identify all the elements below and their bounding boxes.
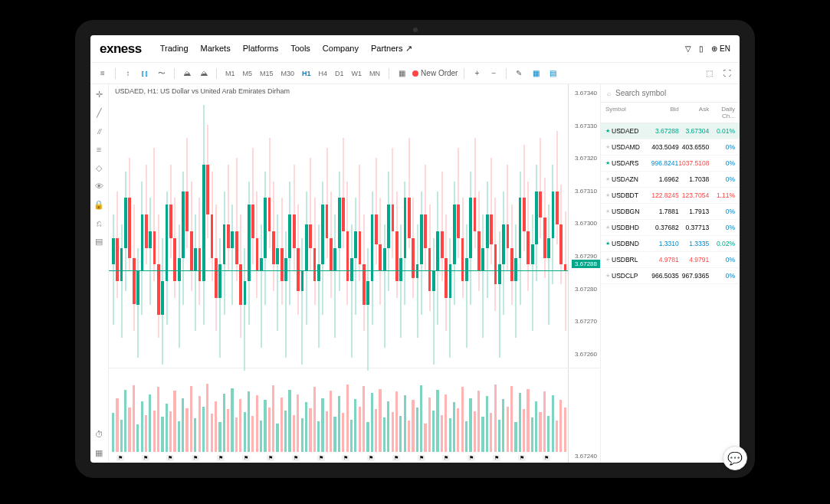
event-flag[interactable]: ⚑	[493, 455, 500, 461]
zoom-out-icon[interactable]: −	[487, 67, 500, 80]
nav-item[interactable]: Trading	[160, 44, 189, 54]
nav-item[interactable]: Markets	[201, 44, 231, 54]
dropdown-icon[interactable]: ▽	[685, 44, 691, 53]
volume-bar	[206, 384, 208, 452]
watchlist-row[interactable]: ★USDAZN1.69621.70380%	[601, 172, 740, 188]
event-flag[interactable]: ⚑	[217, 455, 225, 461]
crosshair-icon[interactable]: ✛	[93, 89, 104, 100]
volume-bar	[346, 385, 349, 452]
candle	[494, 98, 497, 365]
timeframe-H4[interactable]: H4	[317, 68, 330, 79]
event-flag[interactable]: ⚑	[142, 455, 149, 461]
cursor-icon[interactable]: ↕	[122, 67, 134, 80]
timeframe-W1[interactable]: W1	[349, 68, 365, 79]
indicator-icon[interactable]: ⛰	[181, 67, 193, 80]
col-symbol[interactable]: Symbol	[605, 106, 648, 119]
mountain-icon[interactable]: ⛰	[198, 67, 210, 80]
layers-icon[interactable]: ▤	[93, 236, 104, 247]
watchlist-row[interactable]: ★USDAED3.672883.673040.01%	[601, 123, 740, 139]
nav-item[interactable]: Company	[323, 44, 359, 54]
event-flag[interactable]: ⚑	[292, 455, 300, 461]
nav-item[interactable]: Tools	[290, 44, 310, 54]
watchlist-row[interactable]: ★USDBDT122.8245123.70541.11%	[601, 188, 740, 204]
volume-bar	[416, 407, 418, 452]
star-icon[interactable]: ★	[605, 224, 610, 231]
timeframe-D1[interactable]: D1	[333, 68, 346, 79]
event-flag[interactable]: ⚑	[317, 455, 325, 461]
main-chart[interactable]: 3.673403.673303.673203.673103.673003.672…	[109, 84, 600, 368]
event-flag[interactable]: ⚑	[518, 455, 526, 461]
clock-icon[interactable]: ⏱	[93, 429, 104, 440]
line-chart-icon[interactable]: 〜	[156, 67, 168, 80]
search-input[interactable]	[615, 89, 733, 97]
star-icon[interactable]: ★	[605, 273, 610, 279]
volume-bar	[239, 399, 241, 452]
screenshot-icon[interactable]: ⬚	[703, 67, 715, 80]
volume-bar	[445, 394, 447, 452]
watchlist-row[interactable]: ★USDBND1.33101.33350.02%	[601, 236, 740, 252]
star-icon[interactable]: ★	[605, 176, 610, 182]
candle	[321, 98, 324, 365]
star-icon[interactable]: ★	[605, 192, 610, 198]
calendar-icon[interactable]: ▦	[530, 67, 542, 80]
watchlist-row[interactable]: ★USDBHD0.376820.377130%	[601, 220, 740, 236]
menu-icon[interactable]: ≡	[97, 67, 109, 80]
candle	[157, 98, 160, 365]
col-ask[interactable]: Ask	[679, 106, 709, 119]
timeframe-M1[interactable]: M1	[223, 68, 238, 79]
event-flag[interactable]: ⚑	[418, 455, 425, 461]
watchlist-row[interactable]: ★USDBRL4.97814.97910%	[601, 252, 740, 268]
watchlist-row[interactable]: ★USDCLP966.5035967.93650%	[601, 268, 740, 284]
event-flag[interactable]: ⚑	[166, 455, 174, 461]
nav-item[interactable]: Platforms	[243, 44, 278, 54]
timeframe-M5[interactable]: M5	[241, 68, 255, 79]
grid-icon[interactable]: ▦	[395, 67, 408, 80]
star-icon[interactable]: ★	[605, 241, 610, 247]
watchlist-row[interactable]: ★USDBGN1.78811.79130%	[601, 204, 740, 220]
eye-icon[interactable]: 👁	[93, 181, 104, 191]
lock-icon[interactable]: 🔒	[93, 199, 104, 210]
notification-icon[interactable]: ▯	[699, 44, 704, 53]
timeframe-MN[interactable]: MN	[367, 68, 382, 79]
star-icon[interactable]: ★	[605, 160, 610, 166]
draw-icon[interactable]: ✎	[513, 67, 525, 80]
star-icon[interactable]: ★	[605, 257, 610, 263]
event-flag[interactable]: ⚑	[242, 455, 250, 461]
candle-chart-icon[interactable]: ⫿⫿	[139, 67, 151, 80]
event-flag[interactable]: ⚑	[267, 455, 274, 461]
panel-icon[interactable]: ▤	[546, 67, 559, 80]
event-flag[interactable]: ⚑	[116, 455, 124, 461]
new-order-button[interactable]: New Order	[412, 69, 458, 77]
star-icon[interactable]: ★	[605, 128, 610, 134]
candle	[399, 98, 402, 365]
fib-icon[interactable]: ≡	[93, 144, 104, 155]
watchlist-row[interactable]: ★USDAMD403.5049403.65500%	[601, 139, 740, 155]
timeframe-H1[interactable]: H1	[300, 68, 313, 79]
volume-bar	[215, 401, 217, 452]
trend-line-icon[interactable]: ╱	[93, 107, 104, 118]
star-icon[interactable]: ★	[605, 208, 610, 214]
volume-chart[interactable]: ⚑⚑⚑⚑⚑⚑⚑⚑⚑⚑⚑⚑⚑⚑⚑⚑⚑⚑ 3.67240	[109, 368, 600, 463]
fullscreen-icon[interactable]: ⛶	[721, 67, 733, 80]
nav-item[interactable]: Partners ↗	[371, 44, 412, 54]
event-flag[interactable]: ⚑	[392, 455, 400, 461]
col-change[interactable]: Daily Ch...	[709, 106, 735, 119]
col-bid[interactable]: Bid	[648, 106, 678, 119]
watchlist-row[interactable]: ★USDARS996.82411037.51080%	[601, 155, 740, 172]
grid-icon[interactable]: ▦	[93, 447, 104, 458]
timeframe-M30[interactable]: M30	[279, 68, 297, 79]
event-flag[interactable]: ⚑	[467, 455, 475, 461]
event-flag[interactable]: ⚑	[342, 455, 349, 461]
star-icon[interactable]: ★	[605, 144, 610, 150]
volume-bar	[244, 412, 246, 452]
shapes-icon[interactable]: ◇	[93, 162, 104, 173]
event-flag[interactable]: ⚑	[367, 455, 375, 461]
parallel-line-icon[interactable]: ⫽	[93, 126, 104, 136]
zoom-in-icon[interactable]: +	[471, 67, 483, 80]
event-flag[interactable]: ⚑	[543, 455, 550, 461]
event-flag[interactable]: ⚑	[442, 455, 450, 461]
tree-icon[interactable]: ⎌	[93, 218, 104, 228]
language-switcher[interactable]: ⊕ EN	[711, 44, 730, 53]
timeframe-M15[interactable]: M15	[258, 68, 276, 79]
event-flag[interactable]: ⚑	[192, 455, 199, 461]
